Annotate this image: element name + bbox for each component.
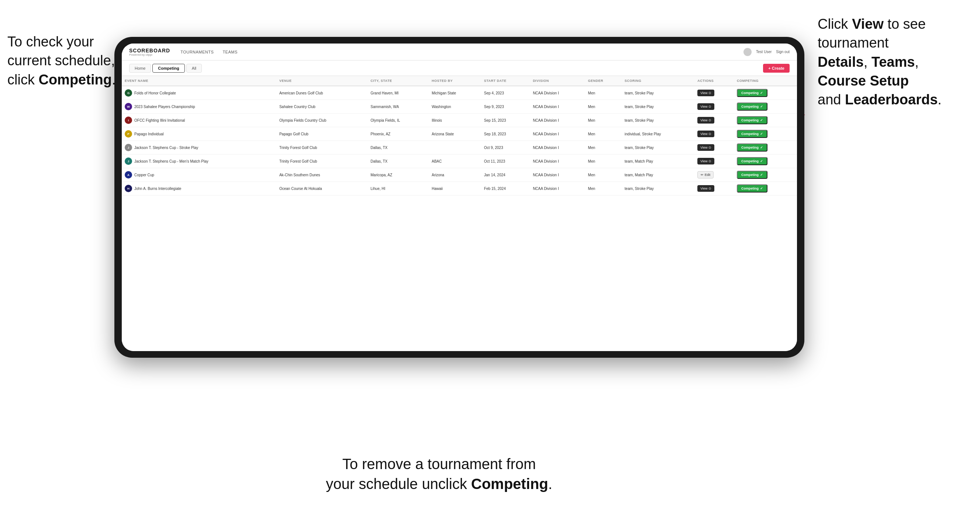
competing-badge[interactable]: Competing [737,184,767,192]
view-button[interactable]: View ⊙ [697,185,714,192]
view-button[interactable]: View ⊙ [697,90,714,96]
view-button[interactable]: View ⊙ [697,130,714,137]
competing-badge[interactable]: Competing [737,89,767,97]
view-button[interactable]: View ⊙ [697,158,714,165]
cell-hosted-by: Arizona [429,168,481,182]
tabs-bar: Home Competing All + Create [122,60,797,76]
nav-tournaments[interactable]: TOURNAMENTS [180,50,214,54]
cell-event-name: J Jackson T. Stephens Cup - Men's Match … [122,154,276,168]
cell-scoring: team, Stroke Play [622,114,694,127]
cell-actions: View ⊙ [694,182,734,195]
team-logo: I [125,116,132,124]
annotation-topright: Click View to see tournament Details, Te… [818,15,973,109]
col-competing: COMPETING [734,76,797,86]
cell-event-name: W 2023 Sahalee Players Championship [122,100,276,114]
view-button[interactable]: View ⊙ [697,144,714,151]
team-logo: P [125,130,132,138]
create-button[interactable]: + Create [763,64,790,73]
competing-badge[interactable]: Competing [737,157,767,165]
event-name: John A. Burns Intercollegiate [134,187,181,190]
competing-badge[interactable]: Competing [737,103,767,111]
cell-start-date: Sep 18, 2023 [481,127,530,141]
brand-name: SCOREBOARD [129,48,170,54]
cell-venue: Ocean Course At Hokuala [276,182,368,195]
table-row: H John A. Burns Intercollegiate Ocean Co… [122,182,797,195]
event-name: 2023 Sahalee Players Championship [134,105,195,109]
cell-division: NCAA Division I [530,182,585,195]
nav-avatar [743,48,752,56]
col-division: DIVISION [530,76,585,86]
table-container: EVENT NAME VENUE CITY, STATE HOSTED BY S… [122,76,797,351]
cell-competing: Competing [734,154,797,168]
team-logo: G [125,89,132,97]
cell-event-name: A Copper Cup [122,168,276,182]
cell-event-name: G Folds of Honor Collegiate [122,86,276,100]
cell-actions: View ⊙ [694,141,734,154]
cell-hosted-by: Arizona State [429,127,481,141]
cell-venue: Olympia Fields Country Club [276,114,368,127]
event-name: Jackson T. Stephens Cup - Stroke Play [134,146,198,150]
nav-teams[interactable]: TEAMS [223,50,237,54]
cell-competing: Competing [734,182,797,195]
annotation-bottom: To remove a tournament from your schedul… [310,454,568,494]
tabs-right: + Create [763,64,790,73]
tablet-frame: SCOREBOARD Powered by clippi TOURNAMENTS… [115,37,804,358]
team-logo: J [125,157,132,165]
cell-gender: Men [585,141,622,154]
cell-scoring: individual, Stroke Play [622,127,694,141]
cell-hosted-by: Hawaii [429,182,481,195]
tab-competing[interactable]: Competing [153,64,185,73]
cell-competing: Competing [734,100,797,114]
cell-scoring: team, Stroke Play [622,182,694,195]
cell-hosted-by: Washington [429,100,481,114]
scoreboard-brand: SCOREBOARD Powered by clippi [129,48,170,56]
event-name: Folds of Honor Collegiate [134,91,176,95]
nav-signout[interactable]: Sign out [776,50,790,54]
cell-event-name: I OFCC Fighting Illini Invitational [122,114,276,127]
cell-division: NCAA Division I [530,86,585,100]
table-row: A Copper Cup Ak-Chin Southern Dunes Mari… [122,168,797,182]
cell-start-date: Oct 11, 2023 [481,154,530,168]
cell-actions: View ⊙ [694,154,734,168]
cell-competing: Competing [734,168,797,182]
cell-start-date: Jan 14, 2024 [481,168,530,182]
tab-home[interactable]: Home [129,64,151,73]
cell-venue: Sahalee Country Club [276,100,368,114]
col-city-state: CITY, STATE [368,76,429,86]
cell-city-state: Lihue, HI [368,182,429,195]
competing-badge[interactable]: Competing [737,116,767,124]
cell-venue: Trinity Forest Golf Club [276,141,368,154]
cell-division: NCAA Division I [530,100,585,114]
competing-badge[interactable]: Competing [737,130,767,138]
cell-venue: Papago Golf Club [276,127,368,141]
nav-links: TOURNAMENTS TEAMS [180,50,743,54]
event-name: Copper Cup [134,173,154,177]
cell-city-state: Sammamish, WA [368,100,429,114]
col-venue: VENUE [276,76,368,86]
team-logo: W [125,103,132,110]
cell-gender: Men [585,182,622,195]
col-event-name: EVENT NAME [122,76,276,86]
competing-badge[interactable]: Competing [737,143,767,152]
table-body: G Folds of Honor Collegiate American Dun… [122,86,797,195]
cell-city-state: Dallas, TX [368,154,429,168]
nav-right: Test User Sign out [743,48,790,56]
cell-event-name: J Jackson T. Stephens Cup - Stroke Play [122,141,276,154]
view-button[interactable]: View ⊙ [697,103,714,110]
cell-gender: Men [585,86,622,100]
tab-all[interactable]: All [186,64,202,73]
edit-button[interactable]: ✏ Edit [697,171,714,178]
cell-start-date: Sep 4, 2023 [481,86,530,100]
cell-event-name: P Papago Individual [122,127,276,141]
cell-gender: Men [585,154,622,168]
table-row: G Folds of Honor Collegiate American Dun… [122,86,797,100]
col-gender: GENDER [585,76,622,86]
cell-venue: Trinity Forest Golf Club [276,154,368,168]
table-header-row: EVENT NAME VENUE CITY, STATE HOSTED BY S… [122,76,797,86]
tablet-screen: SCOREBOARD Powered by clippi TOURNAMENTS… [122,43,797,351]
view-button[interactable]: View ⊙ [697,117,714,124]
cell-division: NCAA Division I [530,114,585,127]
cell-actions: View ⊙ [694,86,734,100]
competing-badge[interactable]: Competing [737,171,767,179]
cell-division: NCAA Division I [530,168,585,182]
